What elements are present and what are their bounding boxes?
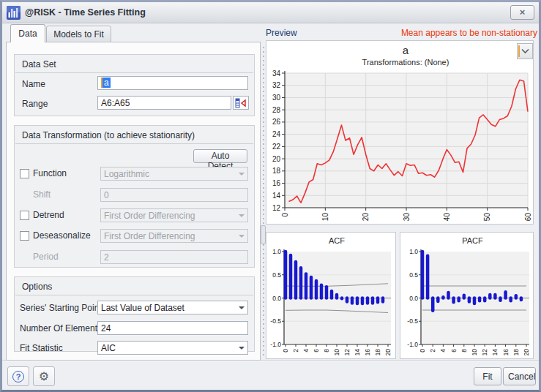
settings-button[interactable]: ⚙ xyxy=(33,366,55,386)
svg-text:34: 34 xyxy=(272,69,281,78)
chart-options-dropdown-button[interactable] xyxy=(517,43,533,59)
preview-label: Preview xyxy=(266,28,297,38)
svg-text:-1.0: -1.0 xyxy=(407,341,418,348)
fit-statistic-dropdown[interactable]: AIC xyxy=(97,341,248,355)
svg-text:8: 8 xyxy=(323,349,330,353)
svg-text:16: 16 xyxy=(272,179,281,187)
range-input[interactable] xyxy=(97,96,231,110)
svg-text:18: 18 xyxy=(272,167,281,175)
svg-text:26: 26 xyxy=(272,118,281,126)
range-picker-button[interactable] xyxy=(233,96,249,110)
data-transformation-header: Data Transformation (to achieve stationa… xyxy=(22,130,195,140)
stationarity-warning: Mean appears to be non-stationary xyxy=(401,28,537,38)
name-input[interactable]: a xyxy=(97,76,248,90)
svg-text:30: 30 xyxy=(272,94,281,102)
svg-text:40: 40 xyxy=(443,213,451,222)
deseasonalize-value: First Order Differencing xyxy=(104,231,195,241)
close-button[interactable]: × xyxy=(510,5,534,20)
pacf-plot: 1.00.50.0-0.5-1.002468101214161820 xyxy=(400,233,534,363)
time-series-plot: 1214161820222426283032340102030405060 xyxy=(266,41,534,228)
svg-text:0.0: 0.0 xyxy=(272,295,281,302)
chevron-down-icon xyxy=(521,48,529,54)
splitter-grip[interactable] xyxy=(261,225,266,244)
svg-text:0: 0 xyxy=(281,213,289,217)
svg-text:12: 12 xyxy=(481,349,488,356)
svg-text:1.0: 1.0 xyxy=(272,248,281,255)
svg-text:16: 16 xyxy=(364,349,371,356)
chevron-down-icon xyxy=(239,235,245,241)
svg-text:-1.0: -1.0 xyxy=(270,341,281,348)
data-transformation-group: Data Transformation (to achieve stationa… xyxy=(14,125,255,268)
auto-detect-button[interactable]: Auto Detect xyxy=(193,149,247,163)
title-bar[interactable]: @RISK - Time Series Fitting × xyxy=(2,2,539,23)
fit-button[interactable]: Fit xyxy=(474,367,501,385)
svg-text:0: 0 xyxy=(419,349,426,353)
svg-text:4: 4 xyxy=(439,349,447,353)
acf-chart-panel: ACF 1.00.50.0-0.5-1.002468101214161820 xyxy=(266,232,396,359)
svg-text:18: 18 xyxy=(512,349,520,356)
function-checkbox[interactable] xyxy=(20,169,29,178)
svg-text:4: 4 xyxy=(302,349,310,353)
help-icon: ? xyxy=(12,371,24,382)
cancel-button[interactable]: Cancel xyxy=(503,367,536,385)
data-tab-page: Data Set Name a Range D xyxy=(6,42,261,361)
deseasonalize-label: Deseasonalize xyxy=(33,230,91,241)
svg-text:20: 20 xyxy=(272,155,281,163)
svg-text:18: 18 xyxy=(374,349,381,356)
svg-text:50: 50 xyxy=(483,213,491,222)
svg-text:10: 10 xyxy=(333,349,340,356)
acf-plot: 1.00.50.0-0.5-1.002468101214161820 xyxy=(266,233,397,363)
deseasonalize-checkbox[interactable] xyxy=(20,231,29,241)
svg-text:6: 6 xyxy=(450,349,458,353)
data-set-group: Data Set Name a Range xyxy=(14,54,255,116)
svg-text:20: 20 xyxy=(362,213,370,222)
elements-label: Number Of Elements xyxy=(20,323,102,333)
detrend-dropdown: First Order Differencing xyxy=(100,208,248,222)
svg-text:32: 32 xyxy=(272,81,281,89)
period-input xyxy=(100,250,248,264)
function-value: Logarithmic xyxy=(104,169,149,179)
detrend-checkbox[interactable] xyxy=(20,211,29,220)
options-header: Options xyxy=(22,282,52,292)
divider xyxy=(15,295,253,295)
svg-text:0.0: 0.0 xyxy=(409,295,418,302)
panel-splitter[interactable] xyxy=(261,44,265,358)
svg-text:12: 12 xyxy=(343,349,351,356)
starting-point-label: Series' Starting Point xyxy=(20,303,102,313)
shift-input xyxy=(100,188,248,202)
tab-data[interactable]: Data xyxy=(10,24,45,42)
svg-text:0.5: 0.5 xyxy=(409,271,418,279)
window-title: @RISK - Time Series Fitting xyxy=(25,7,146,18)
name-value-selected: a xyxy=(101,78,111,88)
function-label: Function xyxy=(33,168,67,178)
help-button[interactable]: ? xyxy=(7,366,29,386)
svg-text:10: 10 xyxy=(321,213,329,222)
shift-label: Shift xyxy=(33,189,51,200)
svg-text:1.0: 1.0 xyxy=(409,248,418,255)
svg-text:8: 8 xyxy=(460,349,468,353)
svg-text:10: 10 xyxy=(471,349,478,356)
chevron-down-icon xyxy=(239,347,245,353)
starting-point-dropdown[interactable]: Last Value of Dataset xyxy=(97,301,248,314)
svg-text:30: 30 xyxy=(403,213,411,222)
elements-input[interactable] xyxy=(97,321,248,335)
svg-text:14: 14 xyxy=(491,349,499,356)
divider xyxy=(15,72,253,73)
detrend-value: First Order Differencing xyxy=(104,211,195,221)
svg-text:-0.5: -0.5 xyxy=(407,317,418,325)
data-set-header: Data Set xyxy=(22,59,56,69)
tab-models-to-fit[interactable]: Models to Fit xyxy=(46,26,111,42)
svg-text:0: 0 xyxy=(282,349,289,353)
svg-text:12: 12 xyxy=(272,204,281,212)
preview-chart-panel: a Transformations: (None) 12141618202224… xyxy=(266,40,534,225)
deseasonalize-dropdown: First Order Differencing xyxy=(100,229,248,243)
range-picker-icon xyxy=(235,98,247,108)
svg-text:60: 60 xyxy=(524,213,532,222)
svg-text:20: 20 xyxy=(384,349,392,356)
period-label: Period xyxy=(33,252,59,262)
svg-text:16: 16 xyxy=(502,349,510,356)
svg-text:24: 24 xyxy=(272,130,281,138)
svg-text:2: 2 xyxy=(429,349,436,353)
svg-text:28: 28 xyxy=(272,106,281,114)
fit-statistic-value: AIC xyxy=(101,343,116,353)
